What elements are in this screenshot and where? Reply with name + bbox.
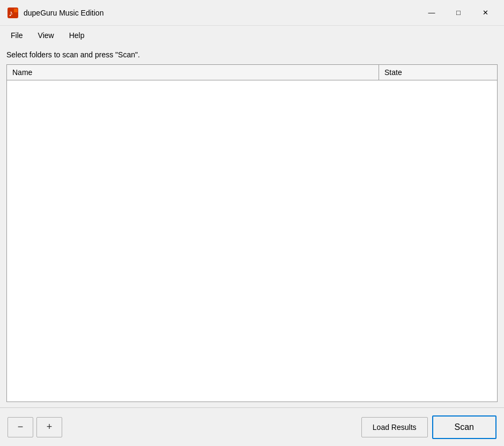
svg-text:♪: ♪ <box>9 9 13 18</box>
load-results-button[interactable]: Load Results <box>361 417 428 437</box>
bottom-bar: − + Load Results Scan <box>0 407 504 446</box>
bottom-left-buttons: − + <box>8 417 62 437</box>
remove-folder-button[interactable]: − <box>8 417 33 437</box>
table-body <box>7 80 497 402</box>
minimize-button[interactable]: — <box>419 5 444 21</box>
close-button[interactable]: ✕ <box>473 5 498 21</box>
svg-rect-2 <box>14 9 18 12</box>
title-bar-left: ♪ dupeGuru Music Edition <box>6 6 103 19</box>
window-title: dupeGuru Music Edition <box>24 9 103 17</box>
instruction-text: Select folders to scan and press "Scan". <box>6 50 498 59</box>
maximize-button[interactable]: □ <box>446 5 471 21</box>
menu-bar: File View Help <box>0 26 504 45</box>
table-header: Name State <box>7 65 497 80</box>
bottom-right-buttons: Load Results Scan <box>361 415 496 439</box>
menu-item-view[interactable]: View <box>32 29 61 42</box>
scan-button[interactable]: Scan <box>432 415 496 439</box>
app-icon: ♪ <box>6 6 19 19</box>
menu-item-file[interactable]: File <box>4 29 29 42</box>
menu-item-help[interactable]: Help <box>63 29 91 42</box>
add-folder-button[interactable]: + <box>36 417 62 437</box>
column-name-header: Name <box>7 65 379 80</box>
folder-table: Name State <box>6 64 498 402</box>
main-content: Select folders to scan and press "Scan".… <box>0 45 504 407</box>
column-state-header: State <box>379 65 497 80</box>
title-bar: ♪ dupeGuru Music Edition — □ ✕ <box>0 0 504 26</box>
window-controls: — □ ✕ <box>419 5 498 21</box>
